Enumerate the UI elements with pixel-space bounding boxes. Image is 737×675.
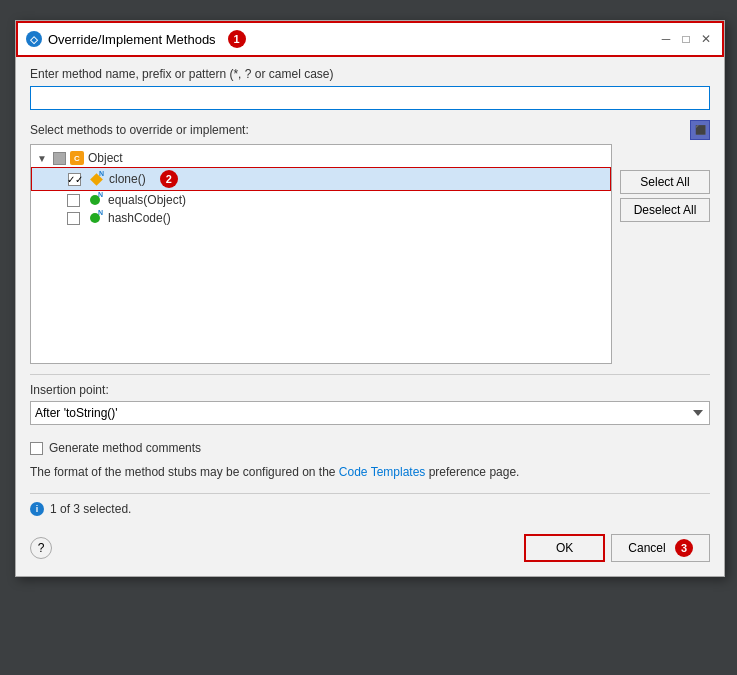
tree-item-hashcode[interactable]: N hashCode()	[31, 209, 611, 227]
note-before: The format of the method stubs may be co…	[30, 465, 339, 479]
generate-comments-row: Generate method comments	[30, 441, 710, 455]
generate-comments-label: Generate method comments	[49, 441, 201, 455]
sort-icon[interactable]: ⬛	[690, 120, 710, 140]
methods-top-bar: Select methods to override or implement:…	[30, 120, 710, 140]
methods-label: Select methods to override or implement:	[30, 123, 249, 137]
object-label: Object	[88, 151, 123, 165]
insertion-dropdown[interactable]: After 'toString()'	[30, 401, 710, 425]
info-text: 1 of 3 selected.	[50, 502, 131, 516]
tree-item-equals[interactable]: N equals(Object)	[31, 191, 611, 209]
close-button[interactable]: ✕	[698, 31, 714, 47]
maximize-button[interactable]: □	[678, 31, 694, 47]
class-icon-object: C	[70, 151, 84, 165]
ok-button[interactable]: OK	[524, 534, 605, 562]
badge-2: 2	[160, 170, 178, 188]
cancel-label: Cancel	[628, 541, 665, 555]
equals-method-icon: N	[88, 193, 102, 207]
cancel-button[interactable]: Cancel 3	[611, 534, 710, 562]
search-input[interactable]	[30, 86, 710, 110]
checkbox-clone[interactable]: ✓	[68, 173, 81, 186]
sidebar-buttons: Select All Deselect All	[620, 144, 710, 364]
bottom-buttons: ? OK Cancel 3	[30, 528, 710, 566]
badge-3: 3	[675, 539, 693, 557]
checkbox-hashcode[interactable]	[67, 212, 80, 225]
info-icon: i	[30, 502, 44, 516]
tree-item-clone[interactable]: ✓ N clone() 2	[31, 167, 611, 191]
select-all-button[interactable]: Select All	[620, 170, 710, 194]
methods-area: ▼ C Object ✓ N clone()	[30, 144, 612, 364]
methods-section: ▼ C Object ✓ N clone()	[30, 144, 710, 364]
search-label: Enter method name, prefix or pattern (*,…	[30, 67, 710, 81]
note-text: The format of the method stubs may be co…	[30, 463, 710, 481]
help-button[interactable]: ?	[30, 537, 52, 559]
note-after: preference page.	[425, 465, 519, 479]
expand-arrow-object: ▼	[37, 153, 49, 164]
dialog: ◇ Override/Implement Methods 1 ─ □ ✕ Ent…	[15, 20, 725, 577]
title-bar: ◇ Override/Implement Methods 1 ─ □ ✕	[16, 21, 724, 57]
dialog-body: Enter method name, prefix or pattern (*,…	[16, 57, 724, 576]
minimize-button[interactable]: ─	[658, 31, 674, 47]
badge-1: 1	[228, 30, 246, 48]
deselect-all-button[interactable]: Deselect All	[620, 198, 710, 222]
hashcode-label: hashCode()	[108, 211, 171, 225]
generate-comments-checkbox[interactable]	[30, 442, 43, 455]
hashcode-method-icon: N	[88, 211, 102, 225]
info-row: i 1 of 3 selected.	[30, 502, 710, 516]
dialog-icon: ◇	[26, 31, 42, 47]
tree-item-object[interactable]: ▼ C Object	[31, 149, 611, 167]
dialog-title: Override/Implement Methods	[48, 32, 216, 47]
checkbox-object[interactable]	[53, 152, 66, 165]
title-controls: ─ □ ✕	[658, 31, 714, 47]
checkbox-equals[interactable]	[67, 194, 80, 207]
divider-2	[30, 493, 710, 494]
insertion-label: Insertion point:	[30, 383, 710, 397]
clone-label: clone()	[109, 172, 146, 186]
equals-label: equals(Object)	[108, 193, 186, 207]
tree-list: ▼ C Object ✓ N clone()	[30, 144, 612, 364]
title-left: ◇ Override/Implement Methods 1	[26, 30, 246, 48]
divider-1	[30, 374, 710, 375]
main-buttons: OK Cancel 3	[524, 534, 710, 562]
code-templates-link[interactable]: Code Templates	[339, 465, 426, 479]
clone-method-icon: N	[89, 172, 103, 186]
dialog-overlay: ◇ Override/Implement Methods 1 ─ □ ✕ Ent…	[0, 0, 737, 675]
